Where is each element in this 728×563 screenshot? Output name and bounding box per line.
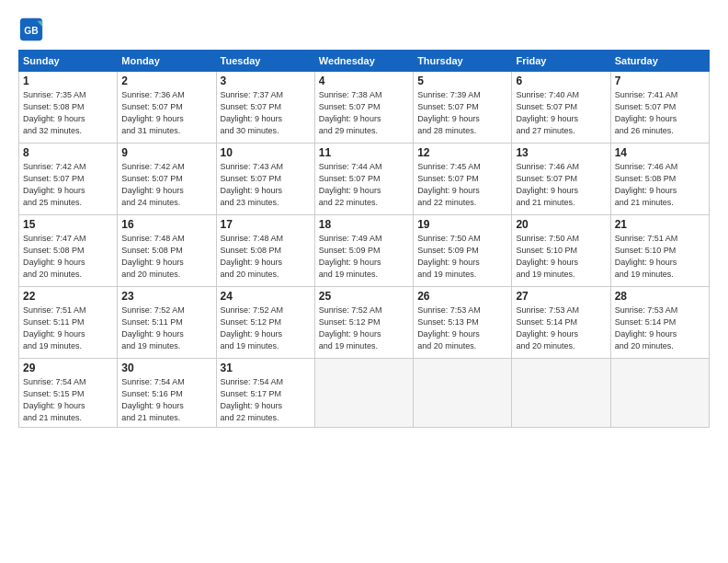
calendar-cell: 16Sunrise: 7:48 AM Sunset: 5:08 PM Dayli… [118,215,216,287]
day-info: Sunrise: 7:52 AM Sunset: 5:11 PM Dayligh… [121,304,211,352]
calendar-cell: 1Sunrise: 7:35 AM Sunset: 5:08 PM Daylig… [19,72,118,144]
day-number: 4 [319,75,409,87]
calendar-cell: 5Sunrise: 7:39 AM Sunset: 5:07 PM Daylig… [414,72,512,144]
day-info: Sunrise: 7:36 AM Sunset: 5:07 PM Dayligh… [121,89,211,137]
day-number: 7 [615,75,705,87]
calendar-cell: 2Sunrise: 7:36 AM Sunset: 5:07 PM Daylig… [118,72,216,144]
day-info: Sunrise: 7:43 AM Sunset: 5:07 PM Dayligh… [221,161,311,209]
day-info: Sunrise: 7:51 AM Sunset: 5:10 PM Dayligh… [615,233,705,281]
day-number: 16 [121,218,211,231]
calendar-cell: 20Sunrise: 7:50 AM Sunset: 5:10 PM Dayli… [512,215,610,287]
weekday-header: Friday [512,51,610,72]
day-number: 13 [516,146,606,159]
day-info: Sunrise: 7:51 AM Sunset: 5:11 PM Dayligh… [23,304,113,352]
day-number: 18 [319,218,409,231]
day-number: 20 [516,218,606,231]
day-info: Sunrise: 7:53 AM Sunset: 5:13 PM Dayligh… [417,304,507,352]
day-info: Sunrise: 7:46 AM Sunset: 5:08 PM Dayligh… [615,161,705,209]
calendar-cell: 23Sunrise: 7:52 AM Sunset: 5:11 PM Dayli… [118,287,216,359]
day-number: 5 [417,75,507,87]
day-number: 8 [23,146,113,159]
calendar-week-row: 22Sunrise: 7:51 AM Sunset: 5:11 PM Dayli… [19,287,710,359]
calendar-cell: 30Sunrise: 7:54 AM Sunset: 5:16 PM Dayli… [118,359,216,428]
calendar-cell: 4Sunrise: 7:38 AM Sunset: 5:07 PM Daylig… [314,72,413,144]
calendar-cell: 27Sunrise: 7:53 AM Sunset: 5:14 PM Dayli… [512,287,610,359]
day-number: 28 [615,290,705,303]
day-info: Sunrise: 7:35 AM Sunset: 5:08 PM Dayligh… [23,89,113,137]
calendar-cell: 31Sunrise: 7:54 AM Sunset: 5:17 PM Dayli… [216,359,314,428]
calendar-cell: 29Sunrise: 7:54 AM Sunset: 5:15 PM Dayli… [19,359,118,428]
weekday-header: Tuesday [216,51,314,72]
calendar-header-row: SundayMondayTuesdayWednesdayThursdayFrid… [19,51,710,72]
calendar-week-row: 8Sunrise: 7:42 AM Sunset: 5:07 PM Daylig… [19,144,710,215]
day-number: 21 [615,218,705,231]
day-info: Sunrise: 7:53 AM Sunset: 5:14 PM Dayligh… [615,304,705,352]
day-info: Sunrise: 7:46 AM Sunset: 5:07 PM Dayligh… [516,161,606,209]
day-info: Sunrise: 7:38 AM Sunset: 5:07 PM Dayligh… [319,89,409,137]
day-info: Sunrise: 7:44 AM Sunset: 5:07 PM Dayligh… [319,161,409,209]
calendar-week-row: 15Sunrise: 7:47 AM Sunset: 5:08 PM Dayli… [19,215,710,287]
day-info: Sunrise: 7:37 AM Sunset: 5:07 PM Dayligh… [221,89,311,137]
calendar-cell: 26Sunrise: 7:53 AM Sunset: 5:13 PM Dayli… [414,287,512,359]
day-number: 9 [121,146,211,159]
day-info: Sunrise: 7:40 AM Sunset: 5:07 PM Dayligh… [516,89,606,137]
day-number: 29 [23,362,113,374]
day-info: Sunrise: 7:48 AM Sunset: 5:08 PM Dayligh… [121,233,211,281]
day-number: 2 [121,75,211,87]
day-info: Sunrise: 7:53 AM Sunset: 5:14 PM Dayligh… [516,304,606,352]
weekday-header: Wednesday [314,51,413,72]
day-info: Sunrise: 7:39 AM Sunset: 5:07 PM Dayligh… [417,89,507,137]
day-info: Sunrise: 7:54 AM Sunset: 5:16 PM Dayligh… [121,376,211,424]
day-info: Sunrise: 7:41 AM Sunset: 5:07 PM Dayligh… [615,89,705,137]
day-info: Sunrise: 7:42 AM Sunset: 5:07 PM Dayligh… [121,161,211,209]
day-number: 23 [121,290,211,303]
calendar-table: SundayMondayTuesdayWednesdayThursdayFrid… [18,50,710,428]
weekday-header: Monday [118,51,216,72]
calendar-cell: 22Sunrise: 7:51 AM Sunset: 5:11 PM Dayli… [19,287,118,359]
day-number: 25 [319,290,409,303]
day-number: 12 [417,146,507,159]
day-number: 22 [23,290,113,303]
calendar-cell: 12Sunrise: 7:45 AM Sunset: 5:07 PM Dayli… [414,144,512,215]
day-number: 31 [221,362,311,374]
day-info: Sunrise: 7:50 AM Sunset: 5:10 PM Dayligh… [516,233,606,281]
calendar-cell: 9Sunrise: 7:42 AM Sunset: 5:07 PM Daylig… [118,144,216,215]
calendar-cell: 24Sunrise: 7:52 AM Sunset: 5:12 PM Dayli… [216,287,314,359]
logo-icon: GB [18,17,44,42]
day-number: 17 [221,218,311,231]
day-number: 26 [417,290,507,303]
day-info: Sunrise: 7:42 AM Sunset: 5:07 PM Dayligh… [23,161,113,209]
day-info: Sunrise: 7:47 AM Sunset: 5:08 PM Dayligh… [23,233,113,281]
day-number: 24 [221,290,311,303]
day-number: 6 [516,75,606,87]
calendar-week-row: 29Sunrise: 7:54 AM Sunset: 5:15 PM Dayli… [19,359,710,428]
header: GB [18,17,710,42]
day-number: 1 [23,75,113,87]
calendar-cell [610,359,709,428]
calendar-cell: 8Sunrise: 7:42 AM Sunset: 5:07 PM Daylig… [19,144,118,215]
weekday-header: Sunday [19,51,118,72]
calendar-cell [512,359,610,428]
day-number: 14 [615,146,705,159]
calendar-cell [314,359,413,428]
day-info: Sunrise: 7:45 AM Sunset: 5:07 PM Dayligh… [417,161,507,209]
weekday-header: Saturday [610,51,709,72]
calendar-cell: 18Sunrise: 7:49 AM Sunset: 5:09 PM Dayli… [314,215,413,287]
calendar-cell: 3Sunrise: 7:37 AM Sunset: 5:07 PM Daylig… [216,72,314,144]
calendar-cell: 19Sunrise: 7:50 AM Sunset: 5:09 PM Dayli… [414,215,512,287]
calendar-cell: 6Sunrise: 7:40 AM Sunset: 5:07 PM Daylig… [512,72,610,144]
calendar-cell: 13Sunrise: 7:46 AM Sunset: 5:07 PM Dayli… [512,144,610,215]
day-number: 11 [319,146,409,159]
day-info: Sunrise: 7:54 AM Sunset: 5:15 PM Dayligh… [23,376,113,424]
day-info: Sunrise: 7:50 AM Sunset: 5:09 PM Dayligh… [417,233,507,281]
calendar-cell: 14Sunrise: 7:46 AM Sunset: 5:08 PM Dayli… [610,144,709,215]
calendar-cell: 17Sunrise: 7:48 AM Sunset: 5:08 PM Dayli… [216,215,314,287]
day-info: Sunrise: 7:54 AM Sunset: 5:17 PM Dayligh… [221,376,311,424]
calendar-cell: 7Sunrise: 7:41 AM Sunset: 5:07 PM Daylig… [610,72,709,144]
svg-text:GB: GB [24,26,38,36]
day-info: Sunrise: 7:52 AM Sunset: 5:12 PM Dayligh… [221,304,311,352]
day-info: Sunrise: 7:52 AM Sunset: 5:12 PM Dayligh… [319,304,409,352]
calendar-cell: 15Sunrise: 7:47 AM Sunset: 5:08 PM Dayli… [19,215,118,287]
page: GB SundayMondayTuesdayWednesdayThursdayF… [0,0,728,563]
day-info: Sunrise: 7:49 AM Sunset: 5:09 PM Dayligh… [319,233,409,281]
